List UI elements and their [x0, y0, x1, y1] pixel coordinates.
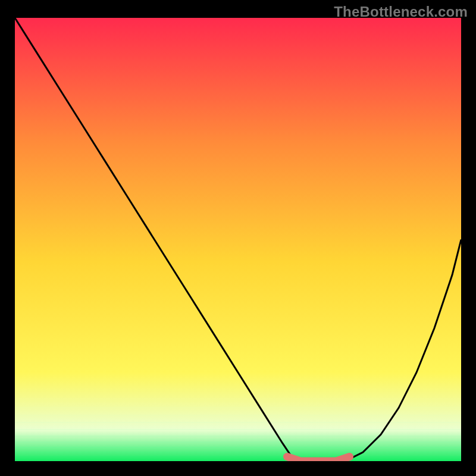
chart-root: TheBottleneck.com [0, 0, 476, 476]
plot-frame [15, 18, 461, 461]
watermark-text: TheBottleneck.com [334, 4, 468, 20]
plot-background [15, 18, 461, 461]
optimal-zone [287, 457, 350, 462]
chart-svg [15, 18, 461, 461]
